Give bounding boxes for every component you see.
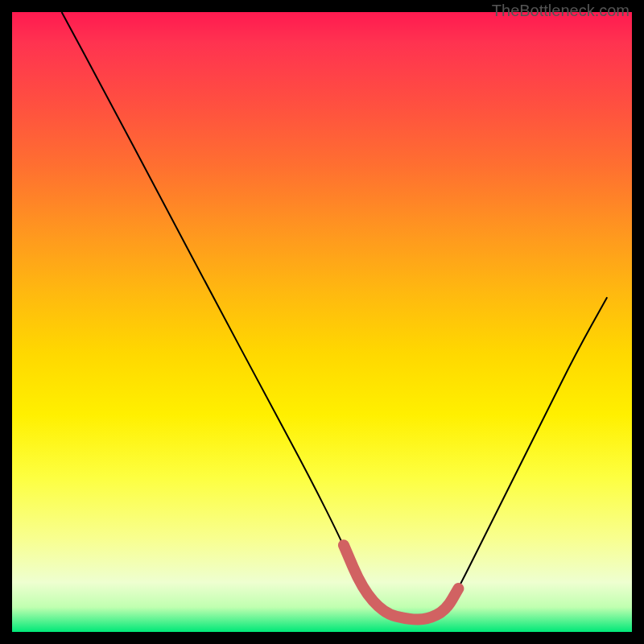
chart-plot-area (12, 12, 632, 632)
watermark-text: TheBottleneck.com (492, 2, 630, 20)
